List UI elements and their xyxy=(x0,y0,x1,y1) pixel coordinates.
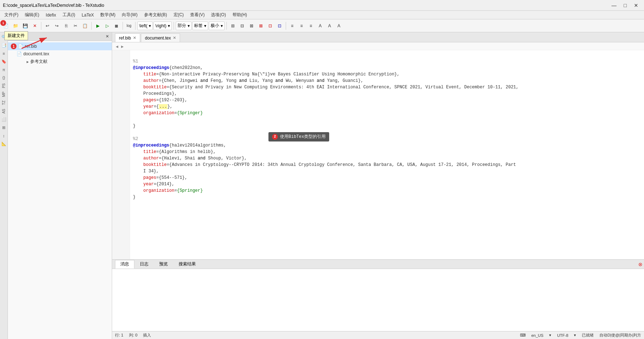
left-bracket-label: \left( xyxy=(139,23,147,28)
menu-biblio[interactable]: 参考文献(B) xyxy=(141,11,170,19)
bottom-tab-preview[interactable]: 预览 xyxy=(154,260,173,269)
menu-help[interactable]: 帮助(H) xyxy=(230,11,250,19)
filetree-title: 结构 xyxy=(11,34,19,39)
maximize-button[interactable]: □ xyxy=(621,2,630,9)
right-bracket-dropdown[interactable]: \right) ▾ xyxy=(153,22,172,30)
sidebar-icon-3[interactable]: ≡ xyxy=(0,50,8,57)
format-btn-3[interactable]: A xyxy=(335,21,343,31)
sidebar-icon-2[interactable]: 📑 xyxy=(0,42,8,49)
bottom-panel-close[interactable]: ⊗ xyxy=(638,261,643,267)
size-label: 极小 xyxy=(211,23,219,29)
open-button[interactable]: 📁 xyxy=(11,21,20,31)
statusbar: 行: 1 列: 0 插入 ⌨ en_US ▾ UTF-8 ▾ 已就绪 自动D|使… xyxy=(112,331,644,339)
filetree-item-refbib[interactable]: 1 📄 ref.bib xyxy=(8,42,112,50)
paste-button[interactable]: 📋 xyxy=(80,21,89,31)
sidebar-icon-5[interactable]: ⬜ xyxy=(0,116,8,123)
tab-document[interactable]: document.tex ✕ xyxy=(141,33,180,42)
save-button[interactable]: 💾 xyxy=(21,21,30,31)
table-btn-1[interactable]: ⊞ xyxy=(229,21,237,31)
menu-macro[interactable]: 宏(C) xyxy=(171,11,187,19)
editor-wrapper: ref.bib ✕ document.tex ✕ ◂ ▸ xyxy=(112,32,644,339)
table-btn-2[interactable]: ⊟ xyxy=(238,21,247,31)
tab-document-close[interactable]: ✕ xyxy=(173,36,176,40)
field-year-1: year xyxy=(143,104,154,109)
run-button[interactable]: ▶ xyxy=(93,21,102,31)
menu-options[interactable]: 选项(O) xyxy=(208,11,229,19)
cut-button[interactable]: ✂ xyxy=(71,21,80,31)
status-mode: 插入 xyxy=(143,333,151,338)
sidebar-icon-1[interactable]: 🔍 xyxy=(0,34,8,41)
tab-refbib[interactable]: ref.bib ✕ xyxy=(115,33,140,42)
sidebar-label-mp[interactable]: MP xyxy=(2,90,6,98)
editor-area: ref.bib ✕ document.tex ✕ ◂ ▸ xyxy=(112,32,644,259)
table-btn-5[interactable]: ⊡ xyxy=(266,21,275,31)
redo-button[interactable]: ↪ xyxy=(52,21,61,31)
align-right-button[interactable]: ≡ xyxy=(307,21,315,31)
sidebar-label-as[interactable]: AS xyxy=(2,108,6,115)
code-editor[interactable]: %1 @inproceedings{chen2022non, title={No… xyxy=(130,50,644,259)
copy-button[interactable]: ⎘ xyxy=(62,21,70,31)
sidebar-icon-6[interactable]: ⊞ xyxy=(0,124,8,131)
menu-latex[interactable]: LaTeX xyxy=(79,12,97,18)
format-btn-2[interactable]: A xyxy=(325,21,334,31)
menu-file[interactable]: 文件(F) xyxy=(1,11,21,19)
left-bracket-dropdown[interactable]: \left( ▾ xyxy=(137,22,153,30)
stop-button[interactable]: ◼ xyxy=(112,21,121,31)
menu-edit[interactable]: 编辑(E) xyxy=(22,11,42,19)
menu-tools[interactable]: 工具(I) xyxy=(60,11,78,19)
compile-button[interactable]: ▷ xyxy=(103,21,111,31)
table-btn-3[interactable]: ⊠ xyxy=(247,21,256,31)
document-label: document.tex xyxy=(23,51,49,56)
close-file-button[interactable]: ✕ xyxy=(31,21,39,31)
bottom-tabs: 消息 日志 预览 搜索结果 ⊗ xyxy=(112,260,644,269)
filetree-panel: 结构 ✕ 1 📄 ref.bib 📄 document.tex ▸ 参考文献 xyxy=(8,32,112,339)
menu-view[interactable]: 查看(V) xyxy=(187,11,207,19)
close-button[interactable]: ✕ xyxy=(631,2,641,9)
left-bracket-arrow: ▾ xyxy=(149,23,151,28)
bottom-tab-search[interactable]: 搜索结果 xyxy=(173,260,201,269)
filetree-item-document[interactable]: 📄 document.tex xyxy=(8,50,112,57)
percent-1: %1 xyxy=(133,59,138,64)
line-numbers xyxy=(112,50,130,259)
bottom-tab-messages[interactable]: 消息 xyxy=(115,260,134,269)
sidebar-label-ps[interactable]: PS xyxy=(2,82,6,89)
menu-wizard[interactable]: 向导(W) xyxy=(119,11,140,19)
tab-refbib-close[interactable]: ✕ xyxy=(133,36,136,40)
section-dropdown[interactable]: 部分 ▾ xyxy=(176,22,192,30)
sidebar-icon-braces[interactable]: {} xyxy=(0,74,8,81)
table-btn-4[interactable]: ⊠ xyxy=(257,21,265,31)
filetree-close[interactable]: ✕ xyxy=(106,34,109,39)
file-icon-refbib: 📄 xyxy=(18,44,23,49)
biblio-label: 参考文献 xyxy=(30,59,47,65)
main-area: 🔍 📑 ≡ 🔖 π {} PS MP TZ AS ⬜ ⊞ ↕ 📐 结构 ✕ 1 … xyxy=(0,32,644,339)
filetree-item-biblio[interactable]: ▸ 参考文献 xyxy=(14,57,112,66)
new-file-button[interactable]: 📄 1 xyxy=(1,21,10,31)
nav-next[interactable]: ▸ xyxy=(120,43,125,49)
format-btn-1[interactable]: A xyxy=(316,21,325,31)
status-ready: 已就绪 xyxy=(582,333,594,338)
table-btn-6[interactable]: ⊡ xyxy=(275,21,284,31)
sidebar-icon-7[interactable]: ↕ xyxy=(0,133,8,139)
size-dropdown[interactable]: 极小 ▾ xyxy=(209,22,225,30)
tag-dropdown[interactable]: 标签 ▾ xyxy=(192,22,208,30)
status-autocomplete: 自动D|使@|同期办|列方 xyxy=(599,333,641,338)
toolbar-sep-6 xyxy=(226,22,227,30)
sidebar-icon-pi[interactable]: π xyxy=(0,66,8,73)
minimize-button[interactable]: — xyxy=(609,2,620,9)
field-year-2: year xyxy=(143,182,154,187)
field-title-1: title xyxy=(143,72,156,77)
sidebar-icon-8[interactable]: 📐 xyxy=(0,140,8,147)
menu-math[interactable]: 数学(M) xyxy=(97,11,118,19)
menu-idefix[interactable]: Idefix xyxy=(43,12,59,18)
sidebar-icon-4[interactable]: 🔖 xyxy=(0,58,8,65)
bottom-tab-log[interactable]: 日志 xyxy=(134,260,154,269)
align-left-button[interactable]: ≡ xyxy=(288,21,296,31)
refbib-badge: 1 xyxy=(11,43,17,49)
log-button[interactable]: log xyxy=(125,21,133,31)
field-booktitle-1: booktitle xyxy=(143,85,167,90)
sidebar-label-tz[interactable]: TZ xyxy=(2,99,6,106)
nav-prev[interactable]: ◂ xyxy=(114,43,120,49)
editor-content[interactable]: %1 @inproceedings{chen2022non, title={No… xyxy=(112,50,644,259)
undo-button[interactable]: ↩ xyxy=(43,21,52,31)
align-center-button[interactable]: ≡ xyxy=(297,21,306,31)
